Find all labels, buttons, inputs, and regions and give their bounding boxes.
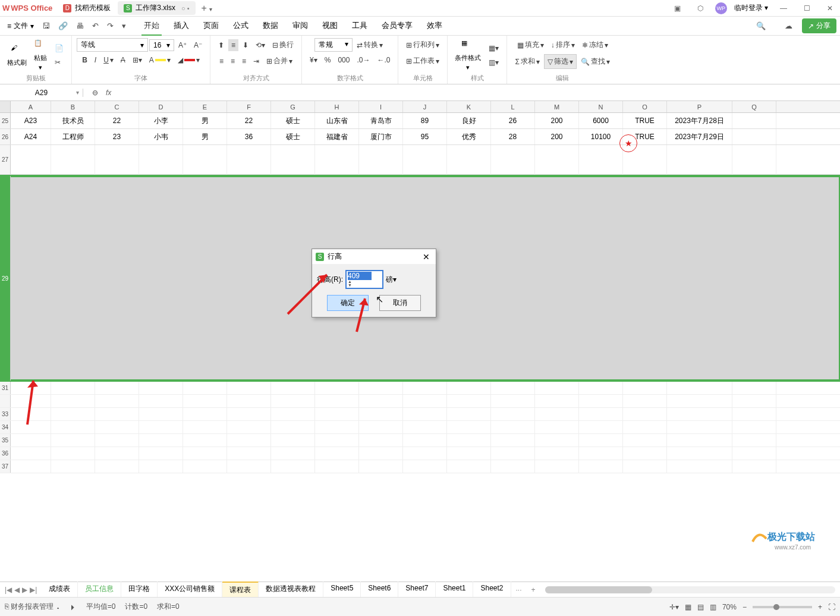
column-header[interactable]: N bbox=[579, 101, 623, 112]
column-header[interactable]: O bbox=[623, 101, 667, 112]
cell[interactable] bbox=[359, 447, 403, 460]
unit-select[interactable]: 磅▾ bbox=[386, 275, 397, 285]
cell[interactable] bbox=[403, 421, 447, 434]
cell[interactable] bbox=[271, 395, 315, 408]
column-header[interactable]: C bbox=[95, 101, 139, 112]
worksheet-button[interactable]: ⊞ 工作表▾ bbox=[403, 54, 442, 68]
cell[interactable]: 工程师 bbox=[51, 129, 95, 144]
cell[interactable] bbox=[183, 395, 227, 408]
sort-button[interactable]: ↓ 排序▾ bbox=[548, 38, 578, 52]
print-icon[interactable]: 🖶 bbox=[73, 19, 87, 33]
cell[interactable] bbox=[535, 395, 579, 408]
cell[interactable] bbox=[535, 421, 579, 434]
cell[interactable] bbox=[51, 434, 95, 447]
comma-icon[interactable]: 000 bbox=[335, 54, 353, 66]
percent-icon[interactable]: % bbox=[322, 54, 334, 66]
cell[interactable] bbox=[227, 408, 271, 421]
underline-button[interactable]: U▾ bbox=[100, 54, 117, 66]
column-header[interactable]: A bbox=[11, 101, 51, 112]
row-header[interactable]: 35 bbox=[0, 434, 11, 447]
cell[interactable] bbox=[271, 421, 315, 434]
cell[interactable] bbox=[359, 395, 403, 408]
view-custom-icon[interactable]: ▥ bbox=[710, 603, 716, 611]
cell[interactable] bbox=[491, 460, 535, 473]
cell[interactable] bbox=[535, 460, 579, 473]
cell[interactable] bbox=[183, 434, 227, 447]
tab-formula[interactable]: 公式 bbox=[231, 17, 251, 36]
cell[interactable] bbox=[491, 421, 535, 434]
cell[interactable] bbox=[732, 129, 776, 144]
row-header[interactable]: 27 bbox=[0, 145, 11, 174]
cell[interactable] bbox=[732, 421, 776, 434]
cell[interactable]: 硕士 bbox=[271, 113, 315, 128]
sheet-tab[interactable]: 员工信息 bbox=[78, 582, 121, 598]
cell[interactable] bbox=[183, 408, 227, 421]
increase-decimal-icon[interactable]: .0→ bbox=[354, 54, 373, 66]
avatar[interactable]: WP bbox=[715, 2, 727, 14]
file-menu[interactable]: ≡ 文件 ▾ bbox=[4, 20, 37, 32]
search-icon[interactable]: 🔍 bbox=[753, 19, 769, 33]
align-right-icon[interactable]: ≡ bbox=[239, 55, 249, 67]
share-button[interactable]: ↗ 分享 bbox=[802, 18, 836, 33]
column-header[interactable]: I bbox=[359, 101, 403, 112]
cell[interactable] bbox=[667, 408, 732, 421]
table-style-icon[interactable]: ▦▾ bbox=[486, 42, 502, 54]
cell[interactable] bbox=[271, 145, 315, 175]
align-left-icon[interactable]: ≡ bbox=[216, 55, 226, 67]
save-icon[interactable]: 🖫 bbox=[39, 19, 54, 33]
row-header[interactable]: 36 bbox=[0, 447, 11, 460]
column-header[interactable]: K bbox=[447, 101, 491, 112]
cell[interactable] bbox=[667, 145, 732, 175]
cut-icon[interactable]: ✂ bbox=[52, 56, 67, 68]
cell[interactable] bbox=[95, 460, 139, 473]
column-header[interactable]: H bbox=[315, 101, 359, 112]
cell[interactable] bbox=[95, 395, 139, 408]
cell[interactable] bbox=[403, 460, 447, 473]
row-header-selected[interactable]: 29 bbox=[0, 176, 11, 381]
cell[interactable] bbox=[579, 408, 623, 421]
cell[interactable]: 男 bbox=[183, 129, 227, 144]
column-header[interactable]: E bbox=[183, 101, 227, 112]
tab-tools[interactable]: 工具 bbox=[350, 17, 370, 36]
cell[interactable] bbox=[623, 395, 667, 408]
cell[interactable]: 26 bbox=[491, 113, 535, 128]
panel-icon[interactable]: ▣ bbox=[669, 3, 685, 14]
close-button[interactable]: ✕ bbox=[822, 3, 838, 14]
cell[interactable]: 良好 bbox=[447, 113, 491, 128]
name-box-input[interactable] bbox=[18, 89, 65, 97]
format-painter-button[interactable]: 🖌格式刷 bbox=[5, 43, 29, 68]
cell[interactable] bbox=[139, 447, 183, 460]
cell[interactable] bbox=[227, 460, 271, 473]
cell[interactable] bbox=[623, 408, 667, 421]
horizontal-scrollbar[interactable] bbox=[545, 586, 835, 593]
cell[interactable] bbox=[447, 382, 491, 395]
redo-icon[interactable]: ↷ bbox=[103, 19, 117, 33]
row-header[interactable]: 31 bbox=[0, 382, 11, 394]
currency-icon[interactable]: ¥▾ bbox=[307, 54, 320, 66]
cell[interactable] bbox=[667, 460, 732, 473]
cell[interactable] bbox=[491, 145, 535, 175]
cell[interactable] bbox=[535, 382, 579, 395]
sheet-tab[interactable]: 田字格 bbox=[121, 582, 158, 598]
row-header[interactable]: 26 bbox=[0, 129, 11, 144]
align-top-icon[interactable]: ⬆ bbox=[215, 39, 227, 51]
cell[interactable] bbox=[359, 408, 403, 421]
cell[interactable]: 6000 bbox=[579, 113, 623, 128]
tab-efficiency[interactable]: 效率 bbox=[424, 17, 445, 36]
number-format-select[interactable]: 常规▾ bbox=[314, 38, 353, 52]
cell[interactable] bbox=[51, 460, 95, 473]
column-header[interactable]: Q bbox=[732, 101, 776, 112]
cell[interactable] bbox=[732, 145, 776, 175]
cell[interactable] bbox=[227, 145, 271, 175]
cell[interactable] bbox=[535, 434, 579, 447]
cell[interactable] bbox=[579, 421, 623, 434]
cell-style-icon[interactable]: ▥▾ bbox=[486, 56, 502, 68]
tab-member[interactable]: 会员专享 bbox=[379, 17, 415, 36]
undo-icon[interactable]: ↶ bbox=[89, 19, 102, 33]
row-header[interactable]: 33 bbox=[0, 408, 11, 420]
cell[interactable] bbox=[315, 434, 359, 447]
row-height-input[interactable] bbox=[348, 272, 372, 280]
cancel-button[interactable]: 取消 bbox=[379, 295, 421, 311]
cell[interactable] bbox=[315, 395, 359, 408]
select-all-corner[interactable] bbox=[0, 101, 11, 112]
